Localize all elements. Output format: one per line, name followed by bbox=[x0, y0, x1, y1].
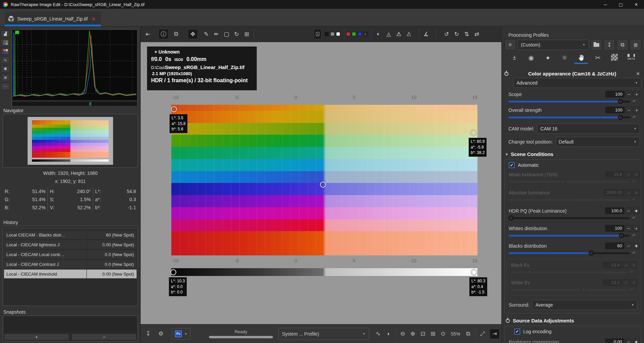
vectorscope-icon[interactable]: ⊕ bbox=[1, 74, 10, 81]
angle-select-icon[interactable]: ∡ bbox=[421, 29, 431, 39]
monitor-profile-select[interactable]: System ... Profile) ▼ bbox=[278, 328, 369, 340]
close-tool-icon[interactable]: ✕ bbox=[636, 71, 640, 76]
spot-marker-top-right[interactable] bbox=[470, 130, 476, 136]
copy-profile-icon[interactable]: ⧉ bbox=[617, 39, 628, 51]
save-image-icon[interactable]: ↧ bbox=[143, 329, 153, 339]
minimize-button[interactable]: ─ bbox=[598, 0, 613, 9]
tab-raw[interactable] bbox=[608, 54, 621, 66]
strength-slider[interactable] bbox=[508, 117, 630, 118]
spot-marker-bottom-right[interactable] bbox=[471, 269, 477, 275]
load-profile-icon[interactable] bbox=[591, 39, 602, 51]
zoom-100-icon[interactable]: ⊙ bbox=[438, 329, 448, 339]
highlight-clip-icon[interactable]: ⚠ bbox=[394, 29, 404, 39]
rotate-right-90-icon[interactable]: ↻ bbox=[452, 29, 462, 39]
whites-distribution-value[interactable]: 100 bbox=[605, 225, 624, 231]
tool-position-select[interactable]: Default ▼ bbox=[556, 137, 640, 147]
bg-black-chip[interactable] bbox=[325, 32, 329, 36]
whites-distribution-slider[interactable] bbox=[509, 235, 630, 237]
color-picker-list-icon[interactable]: ✏ bbox=[211, 29, 221, 39]
hdr-pq-slider[interactable] bbox=[509, 217, 630, 219]
tab-detail[interactable]: ◉ bbox=[525, 54, 538, 66]
remove-snapshot-button[interactable]: − bbox=[72, 334, 137, 340]
new-detail-window-icon[interactable]: ⧉ bbox=[463, 329, 473, 339]
spot-marker-bottom-left[interactable] bbox=[170, 269, 176, 275]
red-channel-chip[interactable] bbox=[346, 32, 350, 36]
history-row[interactable]: Local - CIECAM Local contr... 0.0 (New S… bbox=[4, 250, 137, 259]
complexity-select[interactable]: Advanced ▼ bbox=[513, 78, 641, 88]
luma-curve-icon[interactable]: ∿ bbox=[1, 57, 10, 64]
blue-channel-chip[interactable] bbox=[358, 32, 362, 36]
tab-locallab[interactable] bbox=[574, 54, 588, 66]
cam-model-select[interactable]: CAM 16 ▼ bbox=[537, 124, 640, 134]
rgb-channels-icon[interactable] bbox=[1, 39, 10, 46]
tab-close-icon[interactable]: ✕ bbox=[92, 17, 95, 22]
crop-icon[interactable]: ▢ bbox=[221, 29, 231, 39]
zoom-fit-icon[interactable]: ⊡ bbox=[418, 329, 428, 339]
gamut-warning-icon[interactable]: ◬ bbox=[384, 29, 394, 39]
before-after-icon[interactable]: ⧉ bbox=[171, 29, 181, 39]
rotate-left-90-icon[interactable]: ↺ bbox=[441, 29, 452, 39]
chrominance-icon[interactable] bbox=[1, 48, 10, 55]
sweep-image[interactable] bbox=[171, 105, 477, 255]
straighten-icon[interactable]: ↻ bbox=[231, 29, 242, 39]
plus-button[interactable]: + bbox=[633, 91, 640, 97]
blacks-distribution-value[interactable]: 60 bbox=[605, 243, 624, 249]
flip-horizontal-icon[interactable]: ⇄ bbox=[472, 29, 482, 39]
plus-button[interactable]: + bbox=[633, 107, 640, 113]
brightness-compression-value[interactable]: 0.00 bbox=[605, 339, 624, 343]
navigator-thumbnail[interactable] bbox=[28, 117, 113, 165]
scope-slider[interactable] bbox=[508, 101, 630, 102]
automatic-checkbox[interactable]: ✔ bbox=[509, 162, 515, 168]
tab-transform[interactable]: ✂ bbox=[591, 54, 605, 66]
history-row-clipped[interactable] bbox=[4, 227, 137, 229]
hide-left-panel-icon[interactable]: ⇤ bbox=[143, 29, 153, 39]
tab-exposure[interactable]: ± bbox=[508, 54, 521, 66]
source-data-header[interactable]: Source Data Adjustments bbox=[506, 318, 641, 323]
bg-white-chip[interactable] bbox=[336, 32, 340, 36]
luminance-chip[interactable]: L bbox=[363, 32, 367, 36]
save-profile-icon[interactable]: ↧ bbox=[604, 39, 615, 51]
reset-icon[interactable]: ↶ bbox=[633, 99, 637, 104]
tab-color[interactable]: ● bbox=[541, 54, 554, 66]
zoom-in-icon[interactable]: ⊕ bbox=[408, 329, 418, 339]
scope-value[interactable]: 100 bbox=[606, 91, 624, 97]
gamut-check-icon[interactable]: ◖ bbox=[383, 329, 393, 339]
log-encoding-checkbox[interactable]: ✔ bbox=[514, 329, 520, 335]
minus-button[interactable]: − bbox=[625, 91, 632, 97]
bg-gray-chip[interactable] bbox=[330, 32, 334, 36]
maximize-button[interactable]: ▢ bbox=[613, 0, 629, 9]
shadow-clip-icon[interactable]: ⚠ bbox=[404, 29, 414, 39]
history-row[interactable]: Local - CIECAM lightness J 0.00 (New Spo… bbox=[4, 240, 137, 249]
waveform-icon[interactable]: ✽ bbox=[1, 65, 10, 72]
flip-vertical-icon[interactable]: ⇅ bbox=[462, 29, 472, 39]
zoom-fit-crop-icon[interactable]: ⊞ bbox=[428, 329, 438, 339]
blacks-distribution-slider[interactable] bbox=[509, 252, 630, 254]
soft-proofing-icon[interactable]: ∿ bbox=[373, 329, 383, 339]
scene-conditions-header[interactable]: ▾ Scene Conditions bbox=[506, 151, 641, 157]
hdr-pq-value[interactable]: 100.0 bbox=[605, 208, 624, 214]
queue-gears-icon[interactable]: ⚙ bbox=[156, 329, 166, 339]
power-icon[interactable] bbox=[504, 72, 508, 76]
green-channel-chip[interactable] bbox=[352, 32, 356, 36]
color-picker-icon[interactable]: ✎ bbox=[201, 29, 211, 39]
history-row[interactable]: Local - CIECAM Contrast J 0.0 (New Spot) bbox=[4, 260, 137, 269]
minus-button[interactable]: − bbox=[625, 107, 632, 113]
hand-move-icon[interactable]: ✥ bbox=[188, 29, 198, 39]
surround-select[interactable]: Average ▼ bbox=[532, 300, 638, 310]
profile-list-icon[interactable]: ≡ bbox=[504, 39, 516, 51]
profile-select[interactable]: (Custom) ▼ bbox=[517, 40, 589, 50]
more-options-icon[interactable]: ⋯ bbox=[1, 83, 10, 90]
external-editor-button[interactable]: Ps ▼ bbox=[172, 328, 190, 340]
info-icon[interactable]: ⓘ bbox=[158, 29, 169, 39]
spot-marker-center[interactable] bbox=[320, 182, 326, 188]
fullscreen-icon[interactable]: ⤢ bbox=[477, 329, 488, 339]
hide-right-panel-icon[interactable]: ⇥ bbox=[490, 329, 500, 339]
history-row[interactable]: Local CIECAM - Blacks distr... 60 (New S… bbox=[4, 230, 137, 239]
spot-marker-top-left[interactable] bbox=[171, 106, 177, 112]
sharpen-contrast-mask-icon[interactable]: ◐ bbox=[373, 29, 384, 39]
preview-mode-icon[interactable]: 1 bbox=[314, 29, 321, 39]
power-icon[interactable] bbox=[506, 319, 510, 323]
tab-metadata[interactable]: META bbox=[624, 54, 638, 66]
histogram-mode-icon[interactable]: ▟ bbox=[1, 30, 10, 37]
paste-profile-icon[interactable]: ≣ bbox=[630, 39, 641, 51]
